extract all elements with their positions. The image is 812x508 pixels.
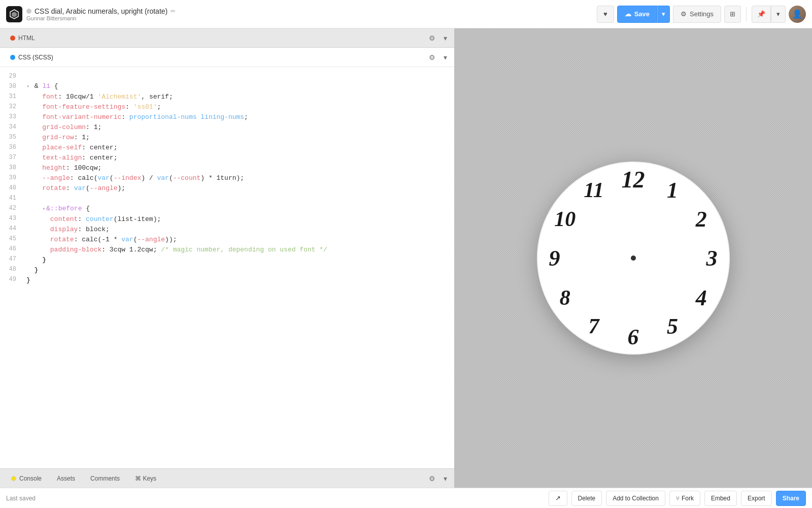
svg-marker-1 xyxy=(12,12,17,17)
clock-number-4: 4 xyxy=(696,284,707,310)
tab-html-label: HTML xyxy=(18,35,35,42)
pin-icon: 📌 xyxy=(757,10,765,18)
avatar-button[interactable]: 👤 xyxy=(789,6,806,23)
pen-title: CSS dial, Arabic numerals, upright (rota… xyxy=(35,7,167,15)
settings-label: Settings xyxy=(690,10,714,18)
share-button[interactable]: Share xyxy=(776,491,806,506)
layout-icon: ⊞ xyxy=(730,10,735,18)
delete-label: Delete xyxy=(578,495,596,502)
clock-center-dot xyxy=(631,256,636,261)
pen-edit-icon[interactable]: ✏ xyxy=(171,8,176,15)
topbar-buttons: ♥ ☁ Save ▾ ⚙ Settings ⊞ 📌 ▾ xyxy=(597,6,806,23)
save-chevron-icon: ▾ xyxy=(662,10,665,18)
clock-number-9: 9 xyxy=(549,245,560,271)
tab-console[interactable]: Console xyxy=(4,471,49,486)
settings-button[interactable]: ⚙ Settings xyxy=(673,6,721,23)
last-saved-text: Last saved xyxy=(6,495,36,502)
preview-background: 121234567891011 xyxy=(454,28,812,488)
share-label: Share xyxy=(783,495,799,502)
tab-assets[interactable]: Assets xyxy=(50,471,82,486)
clock-face: 121234567891011 xyxy=(537,162,730,355)
tab-comments-label: Comments xyxy=(90,475,120,482)
pen-status-dot xyxy=(26,9,31,14)
pin-arrow-button[interactable]: ▾ xyxy=(771,6,786,23)
html-tab-actions: ⚙ ▾ xyxy=(426,33,450,43)
cloud-icon: ☁ xyxy=(625,10,631,18)
clock-number-12: 12 xyxy=(622,166,645,193)
css-tab-actions: ⚙ ▾ xyxy=(426,52,450,62)
bottom-tab-bar: Console Assets Comments ⌘ Keys ⚙ ▾ xyxy=(0,468,454,488)
html-settings-button[interactable]: ⚙ xyxy=(426,33,438,43)
code-editor[interactable]: 2930313233343536373839404142434445464748… xyxy=(0,67,454,468)
settings-button-group: ⚙ Settings xyxy=(673,6,721,23)
embed-button[interactable]: Embed xyxy=(704,491,737,506)
clock-number-3: 3 xyxy=(706,245,718,271)
save-button-group: ☁ Save ▾ xyxy=(617,6,670,23)
tab-css[interactable]: CSS (SCSS) xyxy=(4,50,59,65)
fork-button[interactable]: ⑂ Fork xyxy=(669,491,700,506)
css-collapse-button[interactable]: ▾ xyxy=(441,52,450,62)
clock-container: 121234567891011 xyxy=(537,162,730,355)
logo-area: CSS dial, Arabic numerals, upright (rota… xyxy=(6,6,593,22)
add-to-collection-button[interactable]: Add to Collection xyxy=(606,491,665,506)
html-tab-bar: HTML ⚙ ▾ xyxy=(0,28,454,48)
delete-button[interactable]: Delete xyxy=(571,491,602,506)
tab-console-label: Console xyxy=(19,475,42,482)
layout-button[interactable]: ⊞ xyxy=(724,6,741,23)
heart-icon: ♥ xyxy=(603,10,607,18)
fork-label: Fork xyxy=(682,495,694,502)
bottom-collapse-button[interactable]: ▾ xyxy=(441,473,450,484)
fork-icon: ⑂ xyxy=(676,495,680,502)
clock-number-5: 5 xyxy=(667,313,678,339)
code-area[interactable]: ▾ & li { font: 10cqw/1 'Alchemist', seri… xyxy=(20,67,454,468)
save-button[interactable]: ☁ Save xyxy=(617,6,657,23)
pen-author: Gunnar Bittersmann xyxy=(26,15,176,21)
heart-button[interactable]: ♥ xyxy=(597,6,614,23)
add-collection-label: Add to Collection xyxy=(613,495,659,502)
clock-number-10: 10 xyxy=(554,207,576,231)
css-tab-bar: CSS (SCSS) ⚙ ▾ xyxy=(0,48,454,67)
css-dot xyxy=(10,55,15,60)
external-icon: ↗ xyxy=(555,494,561,502)
clock-number-7: 7 xyxy=(589,314,599,338)
topbar: CSS dial, Arabic numerals, upright (rota… xyxy=(0,0,812,28)
bottom-tab-actions: ⚙ ▾ xyxy=(426,473,450,484)
line-numbers: 2930313233343536373839404142434445464748… xyxy=(0,67,20,468)
topbar-divider xyxy=(746,7,747,21)
tab-css-label: CSS (SCSS) xyxy=(18,54,53,61)
pin-chevron-icon: ▾ xyxy=(776,10,780,18)
clock-number-1: 1 xyxy=(667,177,678,203)
bottom-settings-button[interactable]: ⚙ xyxy=(426,473,438,484)
pin-button[interactable]: 📌 xyxy=(752,6,771,23)
css-settings-button[interactable]: ⚙ xyxy=(426,52,438,62)
pin-button-group: 📌 ▾ xyxy=(752,6,786,23)
logo-icon xyxy=(6,6,22,22)
clock-number-2: 2 xyxy=(696,206,707,232)
embed-label: Embed xyxy=(711,495,730,502)
statusbar: Last saved ↗ Delete Add to Collection ⑂ … xyxy=(0,488,812,508)
clock-number-11: 11 xyxy=(584,178,604,202)
pen-title-bar: CSS dial, Arabic numerals, upright (rota… xyxy=(26,7,176,15)
tab-comments[interactable]: Comments xyxy=(83,471,127,486)
preview-panel: 121234567891011 xyxy=(454,28,812,488)
avatar: 👤 xyxy=(789,6,806,23)
save-label: Save xyxy=(634,10,650,18)
title-area: CSS dial, Arabic numerals, upright (rota… xyxy=(26,7,176,21)
settings-gear-icon: ⚙ xyxy=(681,10,687,18)
html-dot xyxy=(10,36,15,41)
clock-number-6: 6 xyxy=(628,324,639,350)
js-dot xyxy=(11,476,16,481)
tab-html[interactable]: HTML xyxy=(4,31,41,45)
save-arrow-button[interactable]: ▾ xyxy=(657,6,670,23)
tab-keys-label: ⌘ Keys xyxy=(135,475,156,482)
export-button[interactable]: Export xyxy=(741,491,772,506)
editor-panel: HTML ⚙ ▾ CSS (SCSS) ⚙ ▾ 2930313233343536… xyxy=(0,28,454,488)
export-label: Export xyxy=(748,495,765,502)
clock-number-8: 8 xyxy=(560,285,570,310)
external-link-button[interactable]: ↗ xyxy=(549,491,567,506)
html-collapse-button[interactable]: ▾ xyxy=(441,33,450,43)
tab-assets-label: Assets xyxy=(57,475,75,482)
tab-keys[interactable]: ⌘ Keys xyxy=(128,471,163,486)
main-area: HTML ⚙ ▾ CSS (SCSS) ⚙ ▾ 2930313233343536… xyxy=(0,28,812,488)
